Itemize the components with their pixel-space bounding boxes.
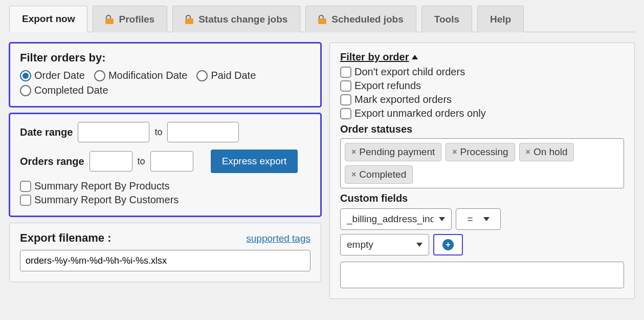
status-chip-on-hold[interactable]: ×On hold (519, 143, 574, 161)
check-label: Export unmarked orders only (354, 108, 486, 119)
status-chip-pending[interactable]: ×Pending payment (345, 143, 441, 161)
order-statuses-label: Order statuses (340, 123, 624, 135)
lock-icon (185, 15, 193, 24)
select-value: empty (347, 239, 373, 250)
tab-label: Status change jobs (198, 14, 287, 25)
custom-field-result-box[interactable] (340, 262, 624, 288)
chevron-down-icon (483, 217, 490, 221)
date-range-to[interactable] (167, 122, 239, 142)
add-custom-field-button[interactable]: + (433, 234, 463, 255)
check-label: Export refunds (354, 80, 421, 92)
chip-label: On hold (534, 146, 568, 158)
orders-range-to[interactable] (150, 151, 193, 172)
select-value: = (467, 214, 473, 225)
radio-label: Modification Date (108, 70, 188, 81)
radio-label: Paid Date (211, 70, 256, 81)
tab-label: Help (490, 14, 511, 25)
remove-icon[interactable]: × (526, 147, 530, 157)
export-filename-panel: Export filename : supported tags (9, 223, 321, 282)
radio-paid-date[interactable]: Paid Date (196, 70, 256, 81)
tab-profiles[interactable]: Profiles (93, 6, 167, 32)
supported-tags-link[interactable]: supported tags (246, 233, 310, 244)
custom-fields-label: Custom fields (340, 193, 624, 204)
check-mark-exported[interactable]: Mark exported orders (340, 94, 624, 105)
check-export-unmarked-only[interactable]: Export unmarked orders only (340, 108, 624, 119)
tab-tools[interactable]: Tools (421, 6, 472, 32)
lock-icon (105, 15, 114, 24)
check-label: Don't export child orders (354, 66, 465, 78)
check-label: Summary Report By Products (34, 180, 170, 192)
status-chip-processing[interactable]: ×Processing (446, 143, 515, 161)
export-filename-input[interactable] (20, 250, 310, 271)
custom-field-value-select[interactable]: empty (340, 234, 429, 255)
date-range-label: Date range (20, 126, 73, 138)
orders-range-row: Orders range to Express export (20, 150, 310, 173)
to-word: to (138, 156, 145, 167)
tab-label: Profiles (119, 14, 154, 25)
radio-label: Completed Date (34, 84, 108, 96)
filter-orders-by-title: Filter orders by: (20, 51, 310, 65)
remove-icon[interactable]: × (351, 147, 356, 157)
select-value: _billing_address_index (347, 214, 434, 225)
export-filename-label: Export filename : (20, 231, 111, 245)
chevron-down-icon (439, 217, 445, 221)
chip-label: Completed (359, 169, 406, 180)
filter-by-order-header[interactable]: Filter by order (340, 51, 418, 63)
tab-label: Tools (434, 14, 459, 25)
tab-help[interactable]: Help (477, 6, 524, 32)
filter-date-type-radios: Order Date Modification Date Paid Date C… (20, 70, 310, 96)
lock-icon (318, 15, 326, 24)
nav-tabs: Export now Profiles Status change jobs S… (9, 0, 635, 32)
caret-up-icon (412, 55, 418, 59)
custom-field-operator-select[interactable]: = (456, 208, 501, 230)
status-chip-completed[interactable]: ×Completed (345, 165, 413, 184)
to-word: to (154, 127, 162, 138)
check-export-refunds[interactable]: Export refunds (340, 80, 624, 92)
tab-status-change-jobs[interactable]: Status change jobs (172, 6, 300, 32)
filter-by-order-header-label: Filter by order (340, 51, 409, 63)
radio-order-date[interactable]: Order Date (20, 70, 85, 81)
summary-by-customers-check[interactable]: Summary Report By Customers (20, 194, 310, 206)
check-label: Mark exported orders (354, 94, 452, 105)
radio-modification-date[interactable]: Modification Date (94, 70, 188, 81)
plus-circle-icon: + (442, 239, 454, 250)
tab-export-now[interactable]: Export now (9, 6, 87, 32)
tab-label: Scheduled jobs (331, 14, 403, 25)
remove-icon[interactable]: × (351, 170, 356, 179)
chip-label: Processing (460, 146, 508, 158)
filter-by-order-panel: Filter by order Don't export child order… (329, 42, 635, 299)
radio-completed-date[interactable]: Completed Date (20, 84, 108, 96)
check-dont-export-child[interactable]: Don't export child orders (340, 66, 624, 78)
express-export-button[interactable]: Express export (211, 150, 298, 173)
chip-label: Pending payment (359, 146, 435, 158)
summary-by-products-check[interactable]: Summary Report By Products (20, 180, 310, 192)
custom-field-name-select[interactable]: _billing_address_index (340, 208, 452, 230)
date-range-row: Date range to (20, 122, 310, 142)
radio-label: Order Date (34, 70, 85, 81)
remove-icon[interactable]: × (452, 147, 457, 157)
filter-orders-by-panel: Filter orders by: Order Date Modificatio… (9, 42, 321, 107)
order-statuses-select[interactable]: ×Pending payment ×Processing ×On hold ×C… (340, 138, 624, 188)
chevron-down-icon (416, 243, 423, 247)
ranges-panel: Date range to Orders range to Express ex… (9, 113, 321, 217)
orders-range-label: Orders range (20, 156, 84, 167)
check-label: Summary Report By Customers (34, 194, 179, 206)
date-range-from[interactable] (78, 122, 149, 142)
tab-scheduled-jobs[interactable]: Scheduled jobs (305, 6, 416, 32)
orders-range-from[interactable] (90, 151, 132, 172)
tab-label: Export now (22, 13, 75, 25)
